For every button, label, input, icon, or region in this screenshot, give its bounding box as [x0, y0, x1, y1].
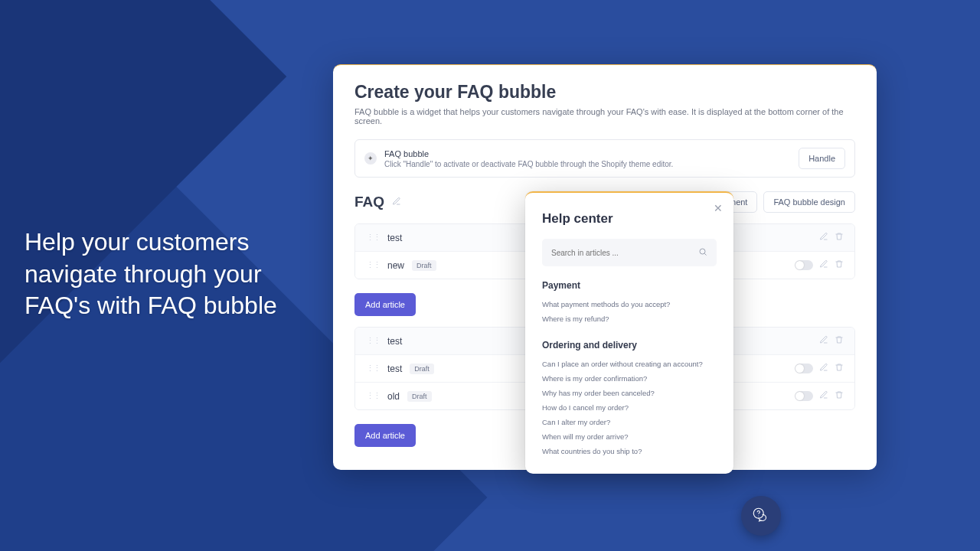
help-question[interactable]: Where is my order confirmation?	[542, 371, 717, 386]
chat-fab-button[interactable]	[741, 496, 781, 536]
help-question[interactable]: Can I alter my order?	[542, 415, 717, 429]
panel-title: Create your FAQ bubble	[354, 82, 855, 103]
help-search[interactable]	[542, 239, 717, 266]
article-title: new	[387, 260, 404, 271]
section-title: FAQ	[354, 194, 384, 210]
help-question[interactable]: Can I place an order without creating an…	[542, 357, 717, 371]
drag-handle-icon[interactable]: ⋮⋮	[366, 260, 380, 270]
publish-toggle[interactable]	[795, 391, 813, 401]
help-question[interactable]: What payment methods do you accept?	[542, 297, 717, 311]
draft-badge: Draft	[412, 260, 436, 271]
trash-icon[interactable]	[835, 232, 844, 243]
trash-icon[interactable]	[835, 259, 844, 271]
help-category: Ordering and delivery Can I place an ord…	[542, 340, 717, 458]
marketing-tagline: Help your customers navigate through you…	[24, 227, 315, 322]
add-article-button[interactable]: Add article	[354, 293, 416, 316]
banner-subtitle: Click "Handle" to activate or deactivate…	[384, 160, 673, 168]
panel-description: FAQ bubble is a widget that helps your c…	[354, 107, 855, 126]
help-question[interactable]: Why has my order been canceled?	[542, 386, 717, 400]
svg-point-0	[700, 249, 705, 254]
chat-help-icon	[751, 506, 771, 526]
category-title: Payment	[542, 280, 717, 291]
draft-badge: Draft	[407, 391, 432, 402]
edit-icon[interactable]	[819, 335, 828, 347]
banner-title: FAQ bubble	[384, 149, 673, 158]
add-article-button[interactable]: Add article	[354, 424, 416, 447]
article-title: old	[387, 391, 400, 402]
drag-handle-icon[interactable]: ⋮⋮	[366, 336, 380, 346]
search-input[interactable]	[551, 249, 698, 257]
drag-handle-icon[interactable]: ⋮⋮	[366, 391, 380, 401]
help-question[interactable]: Where is my refund?	[542, 311, 717, 326]
drag-handle-icon[interactable]: ⋮⋮	[366, 233, 380, 243]
handle-button[interactable]: Handle	[799, 148, 845, 169]
help-center-panel: ✕ Help center Payment What payment metho…	[525, 191, 733, 474]
article-title: test	[387, 364, 402, 374]
category-title: Ordering and delivery	[542, 340, 717, 350]
help-question[interactable]: When will my order arrive?	[542, 429, 717, 444]
edit-icon[interactable]	[819, 232, 828, 243]
edit-icon[interactable]	[819, 363, 828, 374]
design-button[interactable]: FAQ bubble design	[763, 191, 855, 213]
edit-icon[interactable]	[819, 390, 828, 402]
close-icon[interactable]: ✕	[714, 202, 723, 214]
info-icon: ✦	[364, 152, 377, 165]
edit-icon[interactable]	[819, 259, 828, 271]
group-title: test	[387, 233, 402, 243]
draft-badge: Draft	[410, 364, 434, 374]
trash-icon[interactable]	[835, 363, 844, 374]
edit-section-icon[interactable]	[392, 197, 401, 208]
drag-handle-icon[interactable]: ⋮⋮	[366, 364, 380, 373]
publish-toggle[interactable]	[795, 260, 813, 270]
trash-icon[interactable]	[835, 390, 844, 402]
help-question[interactable]: What countries do you ship to?	[542, 444, 717, 458]
help-question[interactable]: How do I cancel my order?	[542, 400, 717, 415]
info-banner: ✦ FAQ bubble Click "Handle" to activate …	[354, 139, 855, 178]
search-icon	[698, 246, 707, 259]
help-title: Help center	[542, 211, 717, 227]
svg-point-2	[758, 516, 759, 517]
trash-icon[interactable]	[835, 335, 844, 347]
publish-toggle[interactable]	[795, 364, 813, 373]
help-category: Payment What payment methods do you acce…	[542, 280, 717, 326]
group-title: test	[387, 336, 402, 347]
